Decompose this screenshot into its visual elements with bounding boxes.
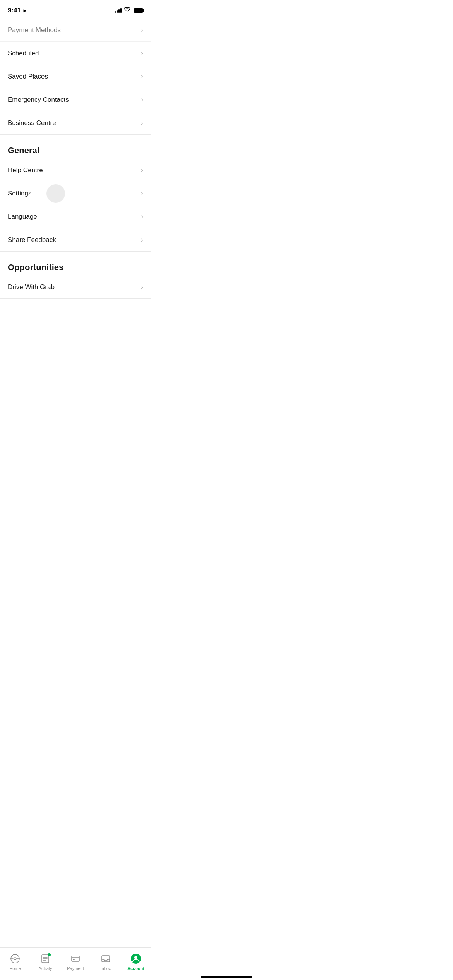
- scheduled-label: Scheduled: [8, 50, 39, 57]
- status-icons: [115, 7, 143, 14]
- drive-with-grab-chevron-icon: ›: [141, 283, 143, 291]
- saved-places-chevron-icon: ›: [141, 72, 143, 81]
- language-label: Language: [8, 213, 37, 221]
- battery-icon: [134, 8, 143, 13]
- general-section-header: General: [0, 135, 151, 159]
- opportunities-section-header: Opportunities: [0, 252, 151, 276]
- ripple-effect: [46, 184, 65, 203]
- menu-item-scheduled[interactable]: Scheduled ›: [0, 42, 151, 65]
- business-centre-chevron-icon: ›: [141, 119, 143, 127]
- emergency-contacts-label: Emergency Contacts: [8, 96, 69, 104]
- language-chevron-icon: ›: [141, 212, 143, 221]
- menu-item-payment-methods[interactable]: Payment Methods ›: [0, 19, 151, 42]
- business-centre-label: Business Centre: [8, 119, 56, 127]
- settings-label: Settings: [8, 190, 31, 197]
- settings-chevron-icon: ›: [141, 189, 143, 197]
- menu-item-settings[interactable]: Settings ›: [0, 182, 151, 205]
- signal-bars-icon: [115, 8, 122, 13]
- status-bar: 9:41 ►: [0, 0, 151, 19]
- menu-item-language[interactable]: Language ›: [0, 205, 151, 228]
- drive-with-grab-label: Drive With Grab: [8, 283, 55, 291]
- wifi-icon: [124, 7, 130, 14]
- menu-item-business-centre[interactable]: Business Centre ›: [0, 111, 151, 135]
- menu-item-saved-places[interactable]: Saved Places ›: [0, 65, 151, 88]
- payment-methods-label: Payment Methods: [8, 26, 61, 34]
- share-feedback-chevron-icon: ›: [141, 236, 143, 244]
- menu-item-share-feedback[interactable]: Share Feedback ›: [0, 228, 151, 252]
- scroll-content: Payment Methods › Scheduled › Saved Plac…: [0, 19, 151, 334]
- help-centre-chevron-icon: ›: [141, 166, 143, 174]
- help-centre-label: Help Centre: [8, 166, 43, 174]
- saved-places-label: Saved Places: [8, 73, 48, 81]
- menu-item-help-centre[interactable]: Help Centre ›: [0, 159, 151, 182]
- scheduled-chevron-icon: ›: [141, 49, 143, 57]
- status-time: 9:41 ►: [8, 7, 27, 14]
- payment-methods-chevron-icon: ›: [141, 26, 143, 34]
- emergency-contacts-chevron-icon: ›: [141, 96, 143, 104]
- menu-item-drive-with-grab[interactable]: Drive With Grab ›: [0, 276, 151, 299]
- share-feedback-label: Share Feedback: [8, 236, 56, 244]
- menu-item-emergency-contacts[interactable]: Emergency Contacts ›: [0, 88, 151, 111]
